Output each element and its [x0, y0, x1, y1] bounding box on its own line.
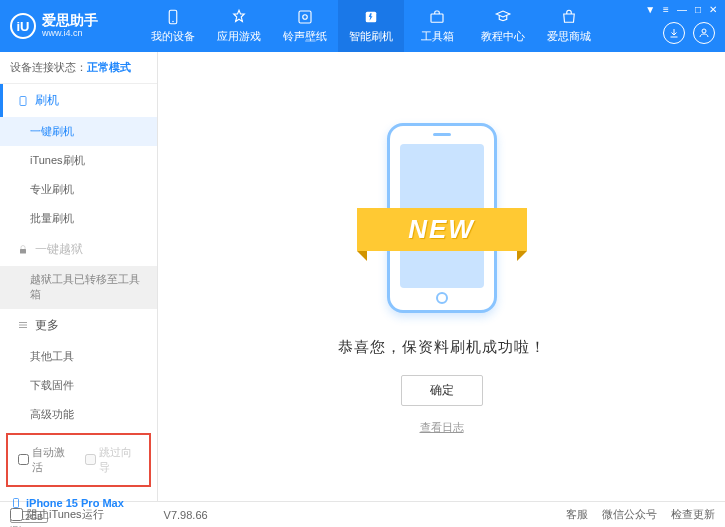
sidebar-item-batch-flash[interactable]: 批量刷机 — [0, 204, 157, 233]
nav-label: 爱思商城 — [547, 29, 591, 44]
sidebar: 设备连接状态：正常模式 刷机 一键刷机 iTunes刷机 专业刷机 批量刷机 一… — [0, 52, 158, 501]
sidebar-item-oneclick-flash[interactable]: 一键刷机 — [0, 117, 157, 146]
ok-button[interactable]: 确定 — [401, 375, 483, 406]
svg-point-6 — [702, 29, 706, 33]
auto-activate-checkbox[interactable]: 自动激活 — [18, 445, 73, 475]
flash-icon — [362, 8, 380, 26]
svg-point-3 — [303, 15, 308, 20]
close-icon[interactable]: ✕ — [709, 4, 717, 15]
sidebar-group-jailbreak[interactable]: 一键越狱 — [0, 233, 157, 266]
download-button[interactable] — [663, 22, 685, 44]
nav-label: 工具箱 — [421, 29, 454, 44]
nav-label: 我的设备 — [151, 29, 195, 44]
maximize-icon[interactable]: □ — [695, 4, 701, 15]
version-label: V7.98.66 — [164, 509, 208, 521]
nav-toolbox[interactable]: 工具箱 — [404, 0, 470, 52]
menu-icon[interactable]: ≡ — [663, 4, 669, 15]
svg-point-1 — [172, 21, 174, 23]
logo-area: iU 爱思助手 www.i4.cn — [10, 13, 140, 39]
tutorial-icon — [494, 8, 512, 26]
sidebar-group-flash[interactable]: 刷机 — [0, 84, 157, 117]
flash-icon — [17, 95, 29, 107]
sidebar-item-itunes-flash[interactable]: iTunes刷机 — [0, 146, 157, 175]
nav-label: 应用游戏 — [217, 29, 261, 44]
nav-my-device[interactable]: 我的设备 — [140, 0, 206, 52]
svg-rect-9 — [14, 498, 19, 507]
block-itunes-checkbox[interactable]: 阻止iTunes运行 — [10, 507, 104, 522]
svg-rect-8 — [20, 249, 26, 254]
sidebar-group-more[interactable]: 更多 — [0, 309, 157, 342]
phone-illustration: NEW — [367, 118, 517, 318]
nav-smart-flash[interactable]: 智能刷机 — [338, 0, 404, 52]
new-badge: NEW — [357, 208, 527, 251]
nav-store[interactable]: 爱思商城 — [536, 0, 602, 52]
svg-rect-5 — [431, 14, 443, 22]
main-content: NEW 恭喜您，保资料刷机成功啦！ 确定 查看日志 — [158, 52, 725, 501]
ringtone-icon — [296, 8, 314, 26]
app-icon — [230, 8, 248, 26]
nav-ringtones[interactable]: 铃声壁纸 — [272, 0, 338, 52]
sidebar-item-jailbreak-moved: 越狱工具已转移至工具箱 — [0, 266, 157, 309]
app-title: 爱思助手 — [42, 13, 98, 28]
connection-status: 设备连接状态：正常模式 — [0, 52, 157, 84]
nav-label: 智能刷机 — [349, 29, 393, 44]
options-row: 自动激活 跳过向导 — [6, 433, 151, 487]
minimize-icon[interactable]: — — [677, 4, 687, 15]
window-controls: ▼ ≡ — □ ✕ — [645, 4, 717, 15]
svg-rect-7 — [20, 96, 26, 105]
sidebar-item-download-firmware[interactable]: 下载固件 — [0, 371, 157, 400]
nav-label: 铃声壁纸 — [283, 29, 327, 44]
success-message: 恭喜您，保资料刷机成功啦！ — [338, 338, 546, 357]
device-icon — [164, 8, 182, 26]
nav-apps[interactable]: 应用游戏 — [206, 0, 272, 52]
shield-icon[interactable]: ▼ — [645, 4, 655, 15]
app-url: www.i4.cn — [42, 29, 98, 39]
sidebar-item-pro-flash[interactable]: 专业刷机 — [0, 175, 157, 204]
sidebar-item-advanced[interactable]: 高级功能 — [0, 400, 157, 429]
user-button[interactable] — [693, 22, 715, 44]
sidebar-item-other-tools[interactable]: 其他工具 — [0, 342, 157, 371]
skip-guide-checkbox[interactable]: 跳过向导 — [85, 445, 140, 475]
status-value: 正常模式 — [87, 61, 131, 73]
lock-icon — [17, 244, 29, 256]
logo-icon: iU — [10, 13, 36, 39]
store-icon — [560, 8, 578, 26]
nav-label: 教程中心 — [481, 29, 525, 44]
footer-link-wechat[interactable]: 微信公众号 — [602, 507, 657, 522]
main-nav: 我的设备 应用游戏 铃声壁纸 智能刷机 工具箱 教程中心 爱思商城 — [140, 0, 715, 52]
footer-link-update[interactable]: 检查更新 — [671, 507, 715, 522]
nav-tutorials[interactable]: 教程中心 — [470, 0, 536, 52]
svg-rect-2 — [299, 11, 311, 23]
footer-link-support[interactable]: 客服 — [566, 507, 588, 522]
toolbox-icon — [428, 8, 446, 26]
more-icon — [17, 319, 29, 331]
view-log-link[interactable]: 查看日志 — [420, 420, 464, 435]
app-header: iU 爱思助手 www.i4.cn 我的设备 应用游戏 铃声壁纸 智能刷机 工具… — [0, 0, 725, 52]
